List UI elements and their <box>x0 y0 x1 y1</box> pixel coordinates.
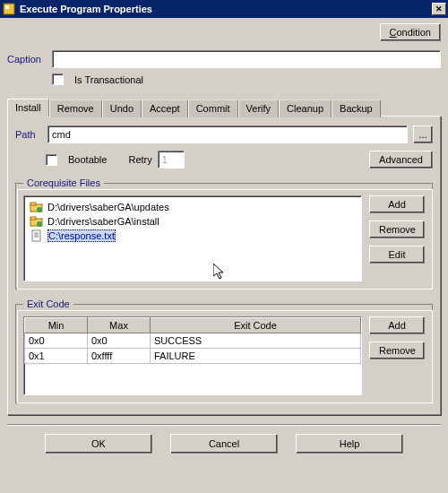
remove-exit-code-button[interactable]: Remove <box>369 342 425 359</box>
col-min[interactable]: Min <box>25 318 88 333</box>
col-exit-code[interactable]: Exit Code <box>151 318 361 333</box>
dialog-footer: OK Cancel Help <box>7 424 441 459</box>
retry-label: Retry <box>128 154 151 165</box>
cell-code: SUCCESS <box>151 333 361 349</box>
close-button[interactable]: ✕ <box>432 3 446 15</box>
path-label: Path <box>15 129 42 140</box>
window-title: Execute Program Properties <box>20 4 432 14</box>
file-path: C:\response.txt <box>47 229 116 242</box>
col-max[interactable]: Max <box>88 318 151 333</box>
svg-point-7 <box>37 221 42 227</box>
cell-min: 0x0 <box>25 333 88 349</box>
tab-cleanup[interactable]: Cleanup <box>279 99 332 117</box>
cell-code: FAILURE <box>151 349 361 364</box>
caption-label: Caption <box>7 54 47 65</box>
svg-rect-6 <box>30 217 36 220</box>
is-transactional-label: Is Transactional <box>74 74 143 85</box>
title-bar: Execute Program Properties ✕ <box>0 0 448 18</box>
remove-file-button[interactable]: Remove <box>369 221 425 238</box>
tab-strip: Install Remove Undo Accept Commit Verify… <box>7 98 441 116</box>
tab-panel-install: Path ... Bootable Retry Advanced Corequi… <box>7 116 441 415</box>
cancel-button[interactable]: Cancel <box>170 434 278 454</box>
help-button[interactable]: Help <box>296 434 403 454</box>
browse-button[interactable]: ... <box>413 125 433 143</box>
tab-backup[interactable]: Backup <box>332 99 381 117</box>
svg-point-4 <box>37 207 42 212</box>
corequisite-legend: Corequisite Files <box>23 177 104 188</box>
svg-rect-8 <box>32 230 40 241</box>
is-transactional-checkbox[interactable] <box>52 74 64 85</box>
app-icon <box>2 2 16 16</box>
add-file-button[interactable]: Add <box>369 195 425 213</box>
exit-code-table[interactable]: Min Max Exit Code 0x0 0x0 SUCCESS 0x1 0x… <box>23 316 362 395</box>
folder-icon <box>30 201 44 213</box>
exit-code-fieldset: Exit Code Min Max Exit Code 0x0 0x0 SUCC… <box>15 298 433 403</box>
caption-input[interactable] <box>52 50 441 68</box>
ok-button[interactable]: OK <box>45 434 152 454</box>
svg-rect-3 <box>30 203 36 205</box>
file-path: D:\drivers\saberGA\updates <box>47 202 169 212</box>
add-exit-code-button[interactable]: Add <box>369 316 425 334</box>
edit-file-button[interactable]: Edit <box>369 246 425 264</box>
document-icon <box>30 229 44 242</box>
bootable-checkbox[interactable] <box>46 154 57 166</box>
bootable-label: Bootable <box>68 154 107 165</box>
table-row[interactable]: 0x1 0xffff FAILURE <box>25 349 361 364</box>
list-item[interactable]: D:\drivers\saberGA\updates <box>28 200 358 214</box>
tab-verify[interactable]: Verify <box>238 99 280 117</box>
retry-input <box>158 151 185 169</box>
tab-remove[interactable]: Remove <box>49 99 102 117</box>
list-item[interactable]: C:\response.txt <box>28 229 358 243</box>
list-item[interactable]: D:\drivers\saberGA\install <box>28 214 358 229</box>
tab-undo[interactable]: Undo <box>102 99 142 117</box>
cell-min: 0x1 <box>25 349 88 364</box>
table-row[interactable]: 0x0 0x0 SUCCESS <box>25 333 361 349</box>
svg-rect-1 <box>5 5 9 9</box>
file-path: D:\drivers\saberGA\install <box>47 216 159 227</box>
cell-max: 0x0 <box>88 333 151 349</box>
folder-icon <box>30 215 44 228</box>
exit-code-legend: Exit Code <box>23 298 73 309</box>
path-input[interactable] <box>47 125 408 143</box>
file-list[interactable]: D:\drivers\saberGA\updates D:\drivers\sa… <box>23 195 362 281</box>
cell-max: 0xffff <box>88 349 151 364</box>
advanced-button[interactable]: Advanced <box>369 151 433 169</box>
tab-accept[interactable]: Accept <box>142 99 188 117</box>
condition-button[interactable]: Condition <box>380 23 442 41</box>
tab-install[interactable]: Install <box>7 99 49 117</box>
corequisite-fieldset: Corequisite Files D:\drivers\saberGA\upd… <box>15 177 433 290</box>
tab-commit[interactable]: Commit <box>188 99 238 117</box>
